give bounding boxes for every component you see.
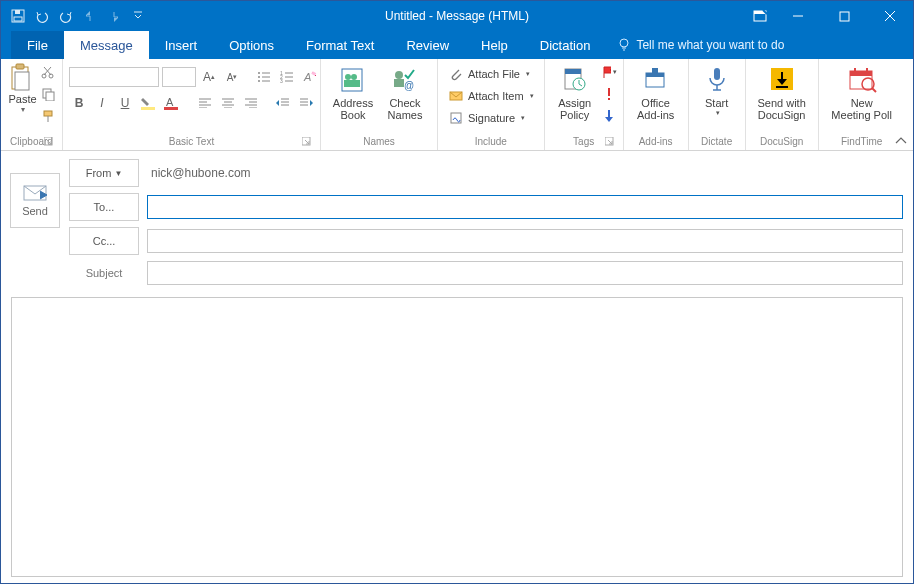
undo-icon[interactable]	[31, 5, 53, 27]
signature-icon	[448, 110, 464, 126]
paste-button[interactable]: Paste ▾	[7, 61, 38, 114]
high-importance-icon[interactable]	[601, 83, 617, 105]
svg-line-91	[872, 88, 876, 92]
svg-text:@: @	[404, 80, 414, 91]
tab-options[interactable]: Options	[213, 31, 290, 59]
grow-font-icon[interactable]: A▴	[199, 67, 219, 87]
redo-icon[interactable]	[55, 5, 77, 27]
svg-text:A: A	[303, 71, 311, 83]
svg-rect-66	[394, 79, 404, 87]
tab-help[interactable]: Help	[465, 31, 524, 59]
ribbon-tabs: File Message Insert Options Format Text …	[1, 31, 913, 59]
office-addins-button[interactable]: Office Add-ins	[630, 61, 682, 121]
increase-indent-icon[interactable]	[296, 93, 316, 113]
check-names-button[interactable]: @ Check Names	[379, 61, 431, 121]
message-body[interactable]	[11, 297, 903, 577]
group-addins: Office Add-ins Add-ins	[624, 59, 689, 150]
font-size-input[interactable]	[162, 67, 196, 87]
group-include: Attach File▾ Attach Item▾ Signature▾ Inc…	[438, 59, 545, 150]
docusign-send-label: Send with DocuSign	[757, 97, 805, 121]
subject-input[interactable]	[147, 261, 903, 285]
svg-rect-7	[840, 12, 849, 21]
addins-icon	[640, 63, 672, 95]
numbering-icon[interactable]: 123	[277, 67, 297, 87]
attach-item-button[interactable]: Attach Item▾	[444, 85, 538, 107]
group-findtime: New Meeting Poll FindTime	[819, 59, 905, 150]
tell-me-search[interactable]: Tell me what you want to do	[606, 31, 784, 59]
bold-button[interactable]: B	[69, 93, 89, 113]
minimize-button[interactable]	[775, 1, 821, 31]
tab-message[interactable]: Message	[64, 31, 149, 59]
follow-up-flag-icon[interactable]: ▾	[601, 61, 617, 83]
svg-rect-64	[344, 80, 360, 87]
group-clipboard: Paste ▾ Clipboard	[1, 59, 63, 150]
group-label-findtime: FindTime	[825, 134, 899, 150]
cut-icon[interactable]	[40, 61, 56, 83]
group-label-docusign: DocuSign	[752, 134, 812, 150]
send-button[interactable]: Send	[10, 173, 60, 228]
ribbon: Paste ▾ Clipboard	[1, 59, 913, 151]
svg-rect-39	[141, 107, 155, 110]
svg-rect-1	[15, 10, 20, 14]
dialog-launcher-icon[interactable]	[44, 137, 54, 147]
svg-rect-15	[15, 72, 29, 90]
address-book-button[interactable]: Address Book	[327, 61, 379, 121]
collapse-ribbon-icon[interactable]	[895, 136, 907, 146]
group-label-clipboard: Clipboard	[7, 134, 56, 150]
format-painter-icon[interactable]	[40, 105, 56, 127]
svg-rect-41	[164, 107, 178, 110]
copy-icon[interactable]	[40, 83, 56, 105]
svg-point-27	[258, 76, 260, 78]
svg-rect-21	[46, 92, 54, 101]
tab-insert[interactable]: Insert	[149, 31, 214, 59]
svg-text:A: A	[166, 96, 174, 108]
clear-formatting-icon[interactable]: A	[300, 67, 320, 87]
text-highlight-icon[interactable]	[138, 93, 158, 113]
new-meeting-poll-button[interactable]: New Meeting Poll	[825, 61, 899, 121]
to-input[interactable]	[147, 195, 903, 219]
align-left-icon[interactable]	[195, 93, 215, 113]
decrease-indent-icon[interactable]	[273, 93, 293, 113]
dictate-start-button[interactable]: Start ▾	[695, 61, 739, 117]
low-importance-icon[interactable]	[601, 105, 617, 127]
maximize-button[interactable]	[821, 1, 867, 31]
svg-point-63	[351, 74, 357, 80]
lightbulb-icon	[618, 38, 630, 52]
assign-policy-button[interactable]: Assign Policy	[551, 61, 599, 121]
to-button[interactable]: To...	[69, 193, 139, 221]
prev-item-icon[interactable]	[79, 5, 101, 27]
font-color-icon[interactable]: A	[161, 93, 181, 113]
tab-format-text[interactable]: Format Text	[290, 31, 390, 59]
underline-button[interactable]: U	[115, 93, 135, 113]
signature-button[interactable]: Signature▾	[444, 107, 538, 129]
from-button[interactable]: From ▼	[69, 159, 139, 187]
svg-rect-73	[608, 88, 610, 96]
attach-file-button[interactable]: Attach File▾	[444, 63, 538, 85]
svg-rect-2	[14, 17, 22, 21]
docusign-send-button[interactable]: Send with DocuSign	[752, 61, 812, 121]
svg-point-29	[258, 80, 260, 82]
close-button[interactable]	[867, 1, 913, 31]
shrink-font-icon[interactable]: A▾	[222, 67, 242, 87]
cc-button[interactable]: Cc...	[69, 227, 139, 255]
align-center-icon[interactable]	[218, 93, 238, 113]
svg-point-65	[395, 71, 403, 79]
dialog-launcher-icon[interactable]	[605, 137, 615, 147]
italic-button[interactable]: I	[92, 93, 112, 113]
svg-rect-14	[16, 64, 24, 69]
chevron-down-icon: ▾	[714, 109, 720, 117]
save-icon[interactable]	[7, 5, 29, 27]
tab-review[interactable]: Review	[390, 31, 465, 59]
tab-dictation[interactable]: Dictation	[524, 31, 607, 59]
align-right-icon[interactable]	[241, 93, 261, 113]
bullets-icon[interactable]	[254, 67, 274, 87]
ribbon-display-options-icon[interactable]	[745, 1, 775, 31]
attach-item-icon	[448, 88, 464, 104]
cc-input[interactable]	[147, 229, 903, 253]
font-name-input[interactable]	[69, 67, 159, 87]
next-item-icon[interactable]	[103, 5, 125, 27]
tab-file[interactable]: File	[11, 31, 64, 59]
group-label-names: Names	[327, 134, 431, 150]
qat-customize-icon[interactable]	[127, 5, 149, 27]
dialog-launcher-icon[interactable]	[302, 137, 312, 147]
